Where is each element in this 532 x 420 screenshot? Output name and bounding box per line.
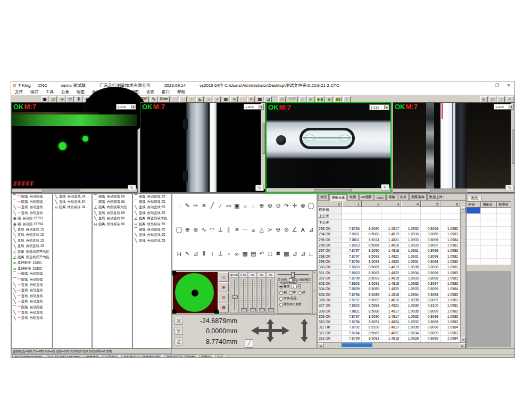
table-row[interactable]: 302 OK7.87998.50931.48151.09330.80981.09… xyxy=(318,276,460,281)
feature-row[interactable]: Η距离线性标注 55 xyxy=(133,221,171,227)
palette-tool-icon[interactable]: ▦ xyxy=(241,250,250,257)
feature-row[interactable]: ⊕圆自动圆 15793 xyxy=(12,216,52,221)
palette-tool-icon[interactable]: △ xyxy=(257,226,266,233)
light-slider-3[interactable]: 0% xyxy=(248,272,257,313)
table-row[interactable]: 300 OK7.88108.50861.48191.09350.80981.09… xyxy=(318,265,460,270)
table-row[interactable]: 296 OK7.88138.50861.48181.09330.80971.09… xyxy=(318,243,460,248)
feature-row[interactable]: ⌒圆弧自动圆弧 66 xyxy=(93,199,132,204)
palette-tool-icon[interactable]: ◠ xyxy=(208,226,217,233)
feature-row[interactable]: ╲***直线自动直线 xyxy=(12,205,52,210)
feature-row[interactable]: ╲***直线自动直线 xyxy=(12,293,52,299)
palette-tool-icon[interactable]: ⊛ xyxy=(266,202,275,209)
table-row[interactable]: 304 OK7.88098.50891.48201.09330.80991.09… xyxy=(318,286,460,292)
palette-tool-icon[interactable]: ⋯ xyxy=(241,226,250,233)
table-vertical-scrollbar[interactable]: ▲ ▼ xyxy=(460,207,466,343)
toolbar-magnifier-button[interactable]: ⌕ xyxy=(213,96,221,103)
toolbar-probe-button[interactable]: ▽ xyxy=(66,96,74,103)
menu-item-帮助[interactable]: 帮助 xyxy=(173,89,189,95)
cam1-zoom-select[interactable]: 1-21X▼ xyxy=(116,104,136,110)
cam4-zoom-select[interactable]: 1-21X▼ xyxy=(494,104,514,110)
cam2-vertical-scrollbar[interactable] xyxy=(261,103,265,189)
feature-row[interactable]: ⌒***圆弧自动圆弧 xyxy=(12,194,52,199)
element-row[interactable] xyxy=(467,246,515,252)
toolbar-stop-button[interactable]: ■ xyxy=(326,96,333,103)
toolbar-save-combo-button[interactable]: ▣ xyxy=(41,96,48,103)
table-row[interactable]: 293 OK7.87968.50901.48171.09320.80581.09… xyxy=(318,226,460,232)
toolbar-chart-button[interactable]: ⊿ xyxy=(264,96,272,103)
table-row[interactable]: 311 OK7.87928.51001.48171.09350.80981.09… xyxy=(318,325,460,330)
radio-中[interactable] xyxy=(289,291,293,295)
menu-item-公差[interactable]: 公差 xyxy=(57,89,73,95)
table-row[interactable]: 312 OK7.87648.50891.48211.09340.80991.09… xyxy=(318,331,460,336)
table-row[interactable]: 313 OK7.87998.50811.48181.09280.80991.09… xyxy=(318,336,460,341)
status-segment[interactable]: 十字光标 xyxy=(102,355,120,358)
light-panel-scrollbar[interactable]: ▲▼ xyxy=(312,271,317,314)
chevron-down-icon[interactable]: ▼ xyxy=(384,105,389,109)
element-row[interactable] xyxy=(467,214,515,220)
tab-element[interactable]: 图元 xyxy=(468,195,481,201)
palette-tool-icon[interactable]: Ι xyxy=(208,251,217,257)
toolbar-curve-tool-button[interactable]: ∿ xyxy=(230,96,238,103)
ring-light-mode-2-button[interactable]: ◉ xyxy=(219,282,229,292)
menu-item-文件[interactable]: 文件 xyxy=(11,89,27,95)
table-row[interactable]: 294 OK7.88018.50801.48191.09300.80591.09… xyxy=(318,232,460,237)
master-slider-thumb[interactable] xyxy=(291,272,295,278)
toolbar-move-stage-button[interactable]: ⇥ xyxy=(58,96,65,103)
element-row[interactable] xyxy=(467,252,515,259)
feature-row[interactable]: ⊕圆自动圆 15794 xyxy=(12,221,52,227)
element-row[interactable] xyxy=(467,220,515,227)
camera-pane-1[interactable]: FFFFF OKM:7 1-21X▼ ↻ xyxy=(11,102,138,193)
ring-light-mode-4-button[interactable]: ▩ xyxy=(219,303,229,312)
tab-状态[interactable]: 状态 xyxy=(318,194,329,200)
palette-tool-icon[interactable]: ∠ xyxy=(290,226,299,233)
tab-3D测量[interactable]: 3D测量 xyxy=(359,194,374,200)
toolbar-blank-button[interactable] xyxy=(239,96,246,103)
element-row[interactable] xyxy=(467,227,515,233)
status-segment[interactable]: 坐标单位:mm 角度单位(度) xyxy=(121,355,163,358)
table-row-special[interactable]: 上公差 xyxy=(318,213,460,220)
toolbar-open-combo-button[interactable]: ▱ xyxy=(49,96,57,103)
cam4-vertical-scrollbar[interactable] xyxy=(511,103,515,189)
feature-row[interactable]: ╲直线自动直线 15 xyxy=(12,227,52,232)
palette-tool-icon[interactable]: Η xyxy=(175,251,184,257)
palette-tool-icon[interactable]: ▩ xyxy=(282,250,291,257)
toolbar-star-red-button[interactable]: ✳ xyxy=(247,96,255,103)
feature-row[interactable]: ╲直线自动直线 55 xyxy=(133,238,171,243)
palette-tool-icon[interactable]: ⊥ xyxy=(217,226,225,233)
palette-tool-icon[interactable]: ⊙ xyxy=(274,202,282,209)
slider-thumb[interactable] xyxy=(232,295,238,299)
palette-tool-icon[interactable]: ✎ xyxy=(184,202,192,209)
cam4-horizontal-scrollbar[interactable] xyxy=(393,188,515,192)
element-row[interactable] xyxy=(467,233,515,240)
slider-thumb[interactable] xyxy=(241,308,247,311)
palette-tool-icon[interactable]: ⊘ xyxy=(282,226,291,233)
status-segment[interactable]: 对象捕捉 xyxy=(84,355,101,358)
palette-tool-icon[interactable]: ∿ xyxy=(200,226,209,233)
option-coaxial[interactable]: 同轴-亮度 xyxy=(279,297,311,301)
scrollbar-thumb[interactable] xyxy=(342,343,372,347)
element-row[interactable] xyxy=(467,208,515,214)
close-button[interactable]: ✕ xyxy=(503,83,514,89)
palette-tool-icon[interactable]: ▤ xyxy=(250,250,258,257)
palette-tool-icon[interactable]: ≻ xyxy=(266,226,275,233)
restore-button[interactable]: ❐ xyxy=(491,83,503,89)
palette-tool-icon[interactable]: ◯ xyxy=(307,202,315,209)
palette-tool-icon[interactable]: ∟ xyxy=(307,251,315,257)
tab-CNC[interactable]: CNC xyxy=(375,195,386,200)
tab-绘图[interactable]: 绘图 xyxy=(347,194,358,200)
tab-模板[interactable]: 模板 xyxy=(386,194,397,200)
table-row[interactable]: 308 OK7.88118.50881.48171.09350.80991.09… xyxy=(318,308,460,314)
element-panel-scrollbar[interactable] xyxy=(511,201,515,348)
palette-tool-icon[interactable]: ○ xyxy=(241,203,250,209)
slider-thumb[interactable] xyxy=(259,308,265,311)
palette-tool-icon[interactable]: ╱ xyxy=(208,202,217,209)
ring-light-disc[interactable] xyxy=(175,273,214,312)
palette-tool-icon[interactable]: ⊕ xyxy=(257,202,266,209)
minimize-button[interactable]: – xyxy=(479,83,491,89)
feature-row[interactable]: ⌀直径标注15801 xyxy=(12,260,52,266)
palette-tool-icon[interactable]: ◌ xyxy=(250,203,258,209)
feature-row[interactable]: Η距离线性标注 66 xyxy=(93,221,132,227)
toolbar-pause-button[interactable]: ▮▮ xyxy=(334,96,342,103)
light-slider-2[interactable]: 0.0% xyxy=(239,272,248,313)
status-segment[interactable]: 1:0 xyxy=(215,355,225,358)
